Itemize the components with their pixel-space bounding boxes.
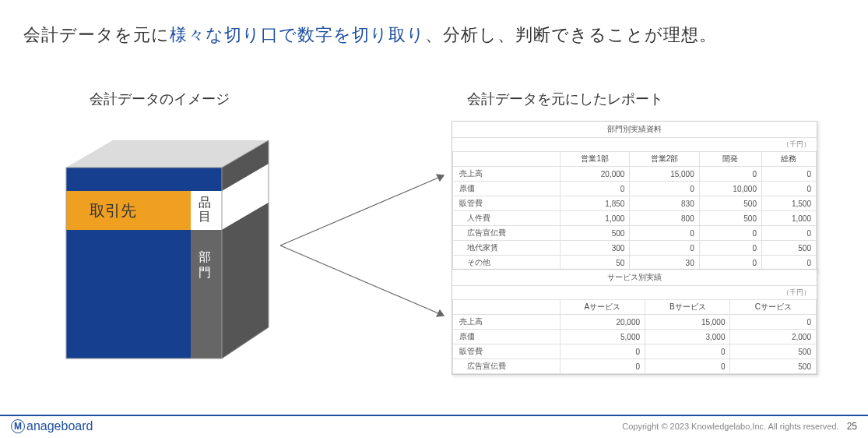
svg-marker-12 [437,175,444,181]
row-value: 10,000 [699,182,761,196]
table-row: 販管費1,8508305001,500 [453,196,817,211]
report2-title: サービス別実績 [452,270,817,286]
table-header: Bサービス [645,300,730,315]
logo: Manageboard [11,419,93,433]
row-value: 800 [630,211,699,226]
page-number: 25 [847,421,857,432]
row-value: 0 [699,167,761,182]
row-value: 0 [645,344,730,359]
subtitle-right: 会計データを元にしたレポート [467,90,663,108]
row-value: 0 [561,182,630,196]
row-value: 0 [761,226,816,241]
row-label: 売上高 [453,167,561,182]
row-value: 0 [560,344,645,359]
title-part1: 会計データを元に [23,25,170,44]
row-value: 2,000 [730,330,817,344]
row-value: 0 [630,226,699,241]
subtitle-left: 会計データのイメージ [90,90,230,108]
row-label: 販管費 [453,196,561,211]
data-cube: 取引先 品目 部門 [58,125,292,366]
row-label: 広告宣伝費 [453,359,561,374]
row-value: 5,000 [560,330,645,344]
row-value: 3,000 [645,330,730,344]
row-value: 0 [730,315,817,330]
svg-rect-8 [191,230,222,359]
arrow-icon [276,125,452,327]
table-header: 総務 [761,152,816,167]
row-value: 0 [560,359,645,374]
table-row: 広告宣伝費00500 [453,359,817,374]
row-label: 広告宣伝費 [453,226,561,241]
row-value: 500 [730,359,817,374]
row-value: 0 [761,167,816,182]
table-row: 人件費1,0008005001,000 [453,211,817,226]
table-header [453,300,561,315]
copyright: Copyright © 2023 Knowledgelabo,Inc. All … [622,422,838,431]
row-value: 500 [699,196,761,211]
row-value: 0 [699,241,761,256]
row-value: 0 [630,182,699,196]
title-part2: 、分析し、判断できることが理想。 [425,25,717,44]
table-header: 営業2部 [630,152,699,167]
row-value: 20,000 [560,315,645,330]
table-row: 売上高20,00015,0000 [453,315,817,330]
row-label: 原価 [453,182,561,196]
row-label: 売上高 [453,315,561,330]
row-value: 0 [699,256,761,270]
report2-unit: （千円） [452,286,817,299]
footer: Manageboard Copyright © 2023 Knowledgela… [0,415,868,433]
row-value: 1,000 [761,211,816,226]
report-table-service: サービス別実績 （千円） AサービスBサービスCサービス 売上高20,00015… [452,269,817,375]
cube-label-front: 取引先 [90,202,136,219]
row-label: その他 [453,256,561,270]
svg-marker-10 [222,203,269,359]
row-value: 50 [561,256,630,270]
row-value: 500 [761,241,816,256]
row-value: 15,000 [645,315,730,330]
cube-label-side-top: 品目 [199,196,211,223]
svg-line-13 [280,245,444,316]
logo-text: anageboard [26,419,93,433]
table-row: 売上高20,00015,00000 [453,167,817,182]
report-table-department: 部門別実績資料 （千円） 営業1部営業2部開発総務 売上高20,00015,00… [452,121,817,271]
table-row: その他503000 [453,256,817,270]
slide-title: 会計データを元に様々な切り口で数字を切り取り、分析し、判断できることが理想。 [23,23,845,47]
row-value: 0 [645,359,730,374]
table-header: Aサービス [560,300,645,315]
row-value: 500 [561,226,630,241]
svg-marker-14 [437,310,444,316]
title-highlight: 様々な切り口で数字を切り取り [170,25,425,44]
table-row: 原価5,0003,0002,000 [453,330,817,344]
row-value: 830 [630,196,699,211]
row-label: 原価 [453,330,561,344]
row-label: 人件費 [453,211,561,226]
row-label: 地代家賃 [453,241,561,256]
row-value: 1,500 [761,196,816,211]
row-value: 0 [630,241,699,256]
svg-line-11 [280,175,444,245]
table-header [453,152,561,167]
row-value: 20,000 [561,167,630,182]
table-row: 地代家賃30000500 [453,241,817,256]
row-value: 0 [761,182,816,196]
table-row: 広告宣伝費500000 [453,226,817,241]
row-value: 1,850 [561,196,630,211]
row-value: 0 [699,226,761,241]
table-row: 販管費00500 [453,344,817,359]
row-value: 0 [761,256,816,270]
svg-marker-7 [66,168,222,191]
table-row: 原価0010,0000 [453,182,817,196]
report1-unit: （千円） [452,138,817,151]
row-value: 1,000 [561,211,630,226]
row-value: 300 [561,241,630,256]
row-value: 500 [699,211,761,226]
table-header: 開発 [699,152,761,167]
logo-mark-icon: M [11,419,25,433]
row-value: 30 [630,256,699,270]
report1-title: 部門別実績資料 [452,122,817,138]
row-value: 15,000 [630,167,699,182]
table-header: Cサービス [730,300,817,315]
row-label: 販管費 [453,344,561,359]
table-header: 営業1部 [561,152,630,167]
row-value: 500 [730,344,817,359]
